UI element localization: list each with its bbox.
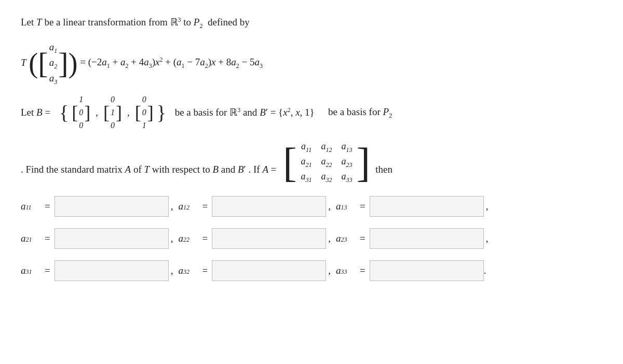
a12-label: a12 xyxy=(178,201,198,212)
a11-label: a11 xyxy=(21,201,40,212)
vector-3: [ 0 0 1 ] xyxy=(135,93,154,132)
a33-label: a33 xyxy=(336,265,356,276)
a31-input[interactable] xyxy=(55,260,169,281)
input-row-1: a11 = , a12 = , a13 = , xyxy=(21,196,602,217)
matrix-A: [ a11 a12 a13 a21 a22 a23 a31 a32 a33 ] xyxy=(283,139,370,186)
a13-input[interactable] xyxy=(370,196,484,217)
formula: = (−2a1 + a2 + 4a3)x2 + (a1 − 7a2)x + 8a… xyxy=(80,55,263,71)
input-section: a11 = , a12 = , a13 = , a21 = , a22 = , … xyxy=(21,196,602,281)
inner-left-bracket: [ xyxy=(38,50,48,77)
a13-label: a13 xyxy=(336,201,356,212)
a11-input[interactable] xyxy=(55,196,169,217)
a23-label: a23 xyxy=(336,233,356,244)
a32-label: a32 xyxy=(178,265,198,276)
vector-components: a1 a2 a3 xyxy=(49,40,58,86)
vector-2: [ 0 1 0 ] xyxy=(103,93,122,132)
inner-right-bracket: ] xyxy=(58,50,68,77)
basis-line: Let B = { [ 1 0 0 ] , [ 0 1 0 ] , [ 0 0 … xyxy=(21,93,602,132)
intro-text: Let T be a linear transformation from ℝ3… xyxy=(21,16,602,31)
a31-label: a31 xyxy=(21,265,40,276)
outer-left-paren: ( xyxy=(29,49,38,77)
input-row-3: a31 = , a32 = , a33 = . xyxy=(21,260,602,281)
find-text: . Find the standard matrix A of T with r… xyxy=(21,139,276,175)
basis-p2-text: be a basis for P2 xyxy=(328,105,392,120)
let-B-label: Let B = xyxy=(21,106,50,120)
set-brace-right: } xyxy=(157,103,166,122)
T-label: T xyxy=(21,56,26,70)
set-brace-left: { xyxy=(59,103,69,122)
vector-1: [ 1 0 0 ] xyxy=(72,93,90,132)
find-matrix-row: . Find the standard matrix A of T with r… xyxy=(21,139,602,186)
a21-label: a21 xyxy=(21,233,40,244)
transformation-line: T ( [ a1 a2 a3 ] ) = (−2a1 + a2 + 4a3)x2… xyxy=(21,40,602,86)
outer-right-paren: ) xyxy=(68,49,77,77)
a22-input[interactable] xyxy=(212,228,326,249)
matrix-right-bracket: ] xyxy=(357,144,371,181)
a12-input[interactable] xyxy=(212,196,326,217)
basis-description: be a basis for ℝ3 and B′ = {x2, x, 1} xyxy=(175,106,315,120)
input-row-2: a21 = , a22 = , a23 = , xyxy=(21,228,602,249)
matrix-left-bracket: [ xyxy=(283,144,297,181)
a33-input[interactable] xyxy=(370,260,484,281)
a32-input[interactable] xyxy=(212,260,326,281)
a23-input[interactable] xyxy=(370,228,484,249)
then-label: then xyxy=(375,139,392,175)
matrix-entries: a11 a12 a13 a21 a22 a23 a31 a32 a33 xyxy=(297,139,357,186)
a22-label: a22 xyxy=(178,233,198,244)
a21-input[interactable] xyxy=(55,228,169,249)
